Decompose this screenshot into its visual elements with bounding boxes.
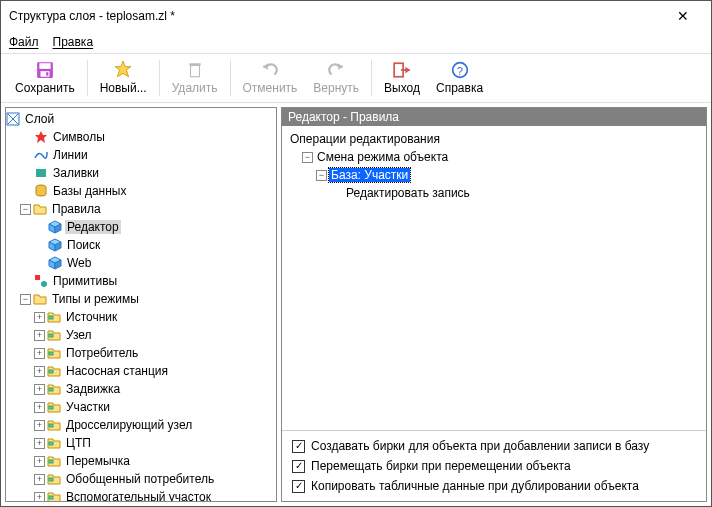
- op-edit[interactable]: Редактировать запись: [288, 184, 700, 202]
- expand-icon[interactable]: +: [34, 402, 45, 413]
- expand-icon[interactable]: +: [34, 492, 45, 503]
- menu-edit[interactable]: Правка: [53, 35, 94, 49]
- tree-rules-web[interactable]: Web: [6, 254, 276, 272]
- cube-icon: [48, 256, 62, 270]
- expand-icon[interactable]: +: [34, 438, 45, 449]
- tree-symbols[interactable]: Символы: [6, 128, 276, 146]
- save-button[interactable]: Сохранить: [7, 55, 83, 101]
- expand-icon[interactable]: +: [34, 366, 45, 377]
- svg-rect-31: [49, 370, 53, 373]
- tree-type-item[interactable]: +Узел: [6, 326, 276, 344]
- tree-item-label: Участки: [64, 400, 112, 414]
- svg-rect-3: [46, 72, 48, 75]
- help-button[interactable]: ? Справка: [428, 55, 491, 101]
- folder-icon: [47, 346, 61, 360]
- delete-button: Удалить: [164, 55, 226, 101]
- tree-types[interactable]: −Типы и режимы: [6, 290, 276, 308]
- expand-icon[interactable]: +: [34, 384, 45, 395]
- folder-open-icon: [33, 202, 47, 216]
- collapse-icon[interactable]: −: [302, 152, 313, 163]
- tree-item-label: Задвижка: [64, 382, 122, 396]
- tree-lines[interactable]: Линии: [6, 146, 276, 164]
- folder-icon: [47, 436, 61, 450]
- tree-item-label: Перемычка: [64, 454, 132, 468]
- svg-rect-32: [49, 388, 53, 391]
- close-icon[interactable]: ✕: [663, 8, 703, 24]
- svg-text:?: ?: [456, 65, 462, 77]
- collapse-icon[interactable]: −: [20, 204, 31, 215]
- folder-icon: [47, 364, 61, 378]
- tree-databases[interactable]: Базы данных: [6, 182, 276, 200]
- expand-icon[interactable]: +: [34, 330, 45, 341]
- svg-rect-28: [49, 316, 53, 319]
- folder-icon: [47, 490, 61, 502]
- tree-fills[interactable]: Заливки: [6, 164, 276, 182]
- checkbox-icon: ✓: [292, 460, 305, 473]
- expand-icon[interactable]: +: [34, 312, 45, 323]
- svg-point-27: [41, 281, 47, 287]
- op-base[interactable]: −База: Участки: [288, 166, 700, 184]
- svg-marker-7: [263, 63, 268, 70]
- folder-icon: [47, 382, 61, 396]
- tree-type-item[interactable]: +ЦТП: [6, 434, 276, 452]
- expand-icon[interactable]: +: [34, 348, 45, 359]
- right-tree: Операции редактирования −Смена режима об…: [282, 126, 706, 430]
- expand-icon[interactable]: +: [34, 456, 45, 467]
- tree-type-item[interactable]: +Потребитель: [6, 344, 276, 362]
- tree-rules-editor[interactable]: Редактор: [6, 218, 276, 236]
- tree-panel: Слой Символы Линии Заливки Базы данных −…: [5, 107, 277, 502]
- tree-type-item[interactable]: +Вспомогательный участок: [6, 488, 276, 502]
- exit-button[interactable]: Выход: [376, 55, 428, 101]
- tree-type-item[interactable]: +Задвижка: [6, 380, 276, 398]
- tree-primitives[interactable]: Примитивы: [6, 272, 276, 290]
- check-move-tags[interactable]: ✓Перемещать бирки при перемещении объект…: [292, 459, 696, 473]
- checkbox-icon: ✓: [292, 440, 305, 453]
- tree-rules-search[interactable]: Поиск: [6, 236, 276, 254]
- star-icon: [34, 130, 48, 144]
- expand-icon[interactable]: +: [34, 474, 45, 485]
- database-icon: [34, 184, 48, 198]
- svg-rect-6: [189, 63, 200, 65]
- folder-open-icon: [33, 292, 47, 306]
- cube-icon: [48, 238, 62, 252]
- tree-type-item[interactable]: +Обобщенный потребитель: [6, 470, 276, 488]
- tree-item-label: Дросселирующий узел: [64, 418, 194, 432]
- right-panel-title: Редактор - Правила: [282, 108, 706, 126]
- new-button[interactable]: Новый...: [92, 55, 155, 101]
- collapse-icon[interactable]: −: [316, 170, 327, 181]
- svg-rect-35: [49, 442, 53, 445]
- tree-rules[interactable]: −Правила: [6, 200, 276, 218]
- tree-type-item[interactable]: +Перемычка: [6, 452, 276, 470]
- svg-rect-5: [190, 66, 199, 77]
- collapse-icon[interactable]: −: [20, 294, 31, 305]
- op-mode[interactable]: −Смена режима объекта: [288, 148, 700, 166]
- cube-icon: [48, 220, 62, 234]
- tree-item-label: Потребитель: [64, 346, 140, 360]
- tree-type-item[interactable]: +Дросселирующий узел: [6, 416, 276, 434]
- svg-marker-15: [36, 169, 46, 177]
- folder-icon: [47, 400, 61, 414]
- tree-type-item[interactable]: +Участки: [6, 398, 276, 416]
- svg-rect-30: [49, 352, 53, 355]
- tree-type-item[interactable]: +Источник: [6, 308, 276, 326]
- check-copy-table[interactable]: ✓Копировать табличные данные при дублиро…: [292, 479, 696, 493]
- tree-item-label: Узел: [64, 328, 94, 342]
- tree-item-label: Насосная станция: [64, 364, 170, 378]
- check-create-tags[interactable]: ✓Создавать бирки для объекта при добавле…: [292, 439, 696, 453]
- tree-item-label: Обобщенный потребитель: [64, 472, 216, 486]
- primitives-icon: [34, 274, 48, 288]
- tree-type-item[interactable]: +Насосная станция: [6, 362, 276, 380]
- toolbar: Сохранить Новый... Удалить Отменить Верн…: [1, 53, 711, 103]
- tree-item-label: Вспомогательный участок: [64, 490, 213, 502]
- expand-icon[interactable]: +: [34, 420, 45, 431]
- svg-rect-37: [49, 478, 53, 481]
- tree-item-label: Источник: [64, 310, 119, 324]
- redo-button: Вернуть: [305, 55, 367, 101]
- tree-root[interactable]: Слой: [6, 110, 276, 128]
- svg-rect-33: [49, 406, 53, 409]
- op-root[interactable]: Операции редактирования: [288, 130, 700, 148]
- menu-file[interactable]: Файл: [9, 35, 39, 49]
- checkbox-icon: ✓: [292, 480, 305, 493]
- line-icon: [34, 148, 48, 162]
- svg-rect-26: [35, 275, 40, 280]
